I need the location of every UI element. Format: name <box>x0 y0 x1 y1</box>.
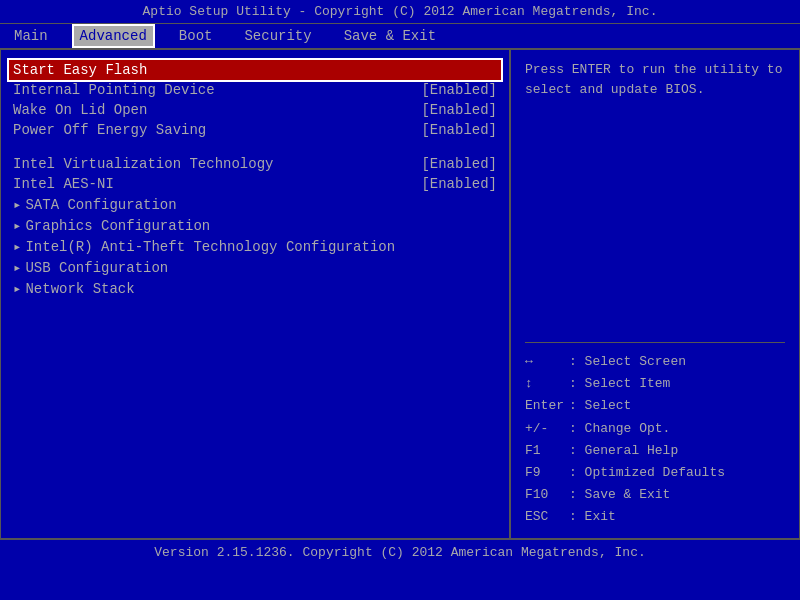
right-panel: Press ENTER to run the utility to select… <box>511 50 799 538</box>
key-label: ↕ <box>525 373 569 395</box>
main-content: Start Easy FlashInternal Pointing Device… <box>0 49 800 539</box>
entry-label-intel-virt: Intel Virtualization Technology <box>13 156 417 172</box>
menu-entry-intel-virt[interactable]: Intel Virtualization Technology[Enabled] <box>13 154 497 174</box>
key-desc: : Select <box>569 398 631 413</box>
key-desc: : Optimized Defaults <box>569 465 725 480</box>
key-legend-row: +/-: Change Opt. <box>525 418 785 440</box>
help-text: Press ENTER to run the utility to select… <box>525 60 785 99</box>
menu-entry-intel-anti-theft[interactable]: Intel(R) Anti-Theft Technology Configura… <box>13 236 497 257</box>
key-desc: : Save & Exit <box>569 487 670 502</box>
key-label: +/- <box>525 418 569 440</box>
entry-label-usb-config: USB Configuration <box>25 260 497 276</box>
entry-value-wake-on-lid: [Enabled] <box>421 102 497 118</box>
menu-entry-graphics-config[interactable]: Graphics Configuration <box>13 215 497 236</box>
key-label: F10 <box>525 484 569 506</box>
menu-item-main[interactable]: Main <box>8 26 54 46</box>
menu-item-advanced[interactable]: Advanced <box>74 26 153 46</box>
key-legend-row: F10: Save & Exit <box>525 484 785 506</box>
menu-entry-intel-aes[interactable]: Intel AES-NI[Enabled] <box>13 174 497 194</box>
entry-label-wake-on-lid: Wake On Lid Open <box>13 102 417 118</box>
menu-bar: MainAdvancedBootSecuritySave & Exit <box>0 23 800 49</box>
menu-entry-network-stack[interactable]: Network Stack <box>13 278 497 299</box>
key-legend-row: ↕: Select Item <box>525 373 785 395</box>
menu-entry-internal-pointing[interactable]: Internal Pointing Device[Enabled] <box>13 80 497 100</box>
entry-label-intel-aes: Intel AES-NI <box>13 176 417 192</box>
entry-label-intel-anti-theft: Intel(R) Anti-Theft Technology Configura… <box>25 239 497 255</box>
key-desc: : Select Item <box>569 376 670 391</box>
key-legend-row: F9: Optimized Defaults <box>525 462 785 484</box>
title-text: Aptio Setup Utility - Copyright (C) 2012… <box>143 4 658 19</box>
entry-value-internal-pointing: [Enabled] <box>421 82 497 98</box>
entry-label-internal-pointing: Internal Pointing Device <box>13 82 417 98</box>
menu-entry-start-easy-flash[interactable]: Start Easy Flash <box>9 60 501 80</box>
left-panel: Start Easy FlashInternal Pointing Device… <box>1 50 511 538</box>
key-label: ↔ <box>525 351 569 373</box>
footer: Version 2.15.1236. Copyright (C) 2012 Am… <box>0 539 800 565</box>
entry-label-power-off-energy: Power Off Energy Saving <box>13 122 417 138</box>
menu-item-security[interactable]: Security <box>238 26 317 46</box>
section-gap <box>13 140 497 154</box>
key-label: F1 <box>525 440 569 462</box>
menu-item-save-exit[interactable]: Save & Exit <box>338 26 442 46</box>
entry-label-network-stack: Network Stack <box>25 281 497 297</box>
key-legend: ↔: Select Screen↕: Select ItemEnter: Sel… <box>525 342 785 528</box>
menu-entry-sata-config[interactable]: SATA Configuration <box>13 194 497 215</box>
entry-label-sata-config: SATA Configuration <box>25 197 497 213</box>
key-desc: : Change Opt. <box>569 421 670 436</box>
key-desc: : Select Screen <box>569 354 686 369</box>
entry-label-graphics-config: Graphics Configuration <box>25 218 497 234</box>
key-label: F9 <box>525 462 569 484</box>
key-legend-row: ESC: Exit <box>525 506 785 528</box>
key-legend-row: F1: General Help <box>525 440 785 462</box>
key-label: ESC <box>525 506 569 528</box>
key-legend-row: ↔: Select Screen <box>525 351 785 373</box>
key-legend-row: Enter: Select <box>525 395 785 417</box>
entry-value-intel-aes: [Enabled] <box>421 176 497 192</box>
key-desc: : General Help <box>569 443 678 458</box>
footer-text: Version 2.15.1236. Copyright (C) 2012 Am… <box>154 545 645 560</box>
menu-entry-wake-on-lid[interactable]: Wake On Lid Open[Enabled] <box>13 100 497 120</box>
entry-value-intel-virt: [Enabled] <box>421 156 497 172</box>
menu-entry-usb-config[interactable]: USB Configuration <box>13 257 497 278</box>
title-bar: Aptio Setup Utility - Copyright (C) 2012… <box>0 0 800 23</box>
menu-item-boot[interactable]: Boot <box>173 26 219 46</box>
key-label: Enter <box>525 395 569 417</box>
menu-entry-power-off-energy[interactable]: Power Off Energy Saving[Enabled] <box>13 120 497 140</box>
entry-label-start-easy-flash: Start Easy Flash <box>13 62 497 78</box>
key-desc: : Exit <box>569 509 616 524</box>
entry-value-power-off-energy: [Enabled] <box>421 122 497 138</box>
